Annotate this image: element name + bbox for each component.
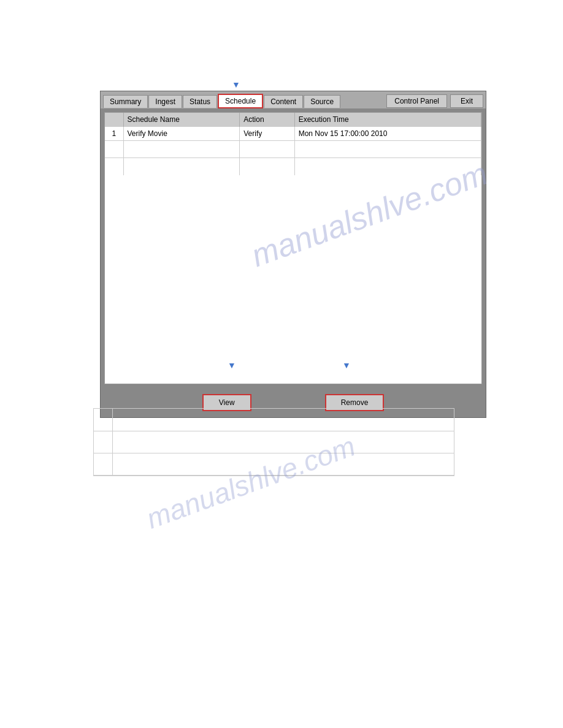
col-index bbox=[105, 113, 123, 127]
content-area: Schedule Name Action Execution Time 1 Ve… bbox=[101, 108, 486, 388]
tab-source[interactable]: Source bbox=[304, 95, 340, 108]
s-row2-col2 bbox=[112, 431, 454, 453]
schedule-table-container: Schedule Name Action Execution Time 1 Ve… bbox=[104, 112, 482, 384]
row-index: 1 bbox=[105, 127, 123, 141]
row-action: Verify bbox=[240, 127, 294, 141]
s-row1-col1 bbox=[94, 409, 112, 431]
view-arrow-indicator: ▼ bbox=[228, 360, 236, 370]
col-execution-time: Execution Time bbox=[294, 113, 481, 127]
main-panel: Summary Ingest Status Schedule Content S… bbox=[100, 91, 486, 418]
s-row2-col1 bbox=[94, 431, 112, 453]
table-body: 1 Verify Movie Verify Mon Nov 15 17:00:0… bbox=[105, 127, 481, 175]
row-execution-time: Mon Nov 15 17:00:00 2010 bbox=[294, 127, 481, 141]
tab-ingest[interactable]: Ingest bbox=[148, 95, 182, 108]
empty-row-1 bbox=[105, 141, 481, 158]
empty-table-area bbox=[105, 175, 481, 384]
secondary-row-2 bbox=[94, 431, 454, 453]
col-action: Action bbox=[240, 113, 294, 127]
schedule-table: Schedule Name Action Execution Time 1 Ve… bbox=[105, 113, 481, 175]
tab-status[interactable]: Status bbox=[183, 95, 217, 108]
row-schedule-name: Verify Movie bbox=[123, 127, 240, 141]
tab-schedule[interactable]: Schedule bbox=[218, 94, 263, 108]
s-row3-col2 bbox=[112, 453, 454, 475]
tab-exit[interactable]: Exit bbox=[450, 94, 483, 108]
s-row3-col1 bbox=[94, 453, 112, 475]
table-row[interactable]: 1 Verify Movie Verify Mon Nov 15 17:00:0… bbox=[105, 127, 481, 141]
tab-summary[interactable]: Summary bbox=[103, 95, 148, 108]
tab-content[interactable]: Content bbox=[264, 95, 303, 108]
remove-arrow-indicator: ▼ bbox=[342, 360, 351, 370]
secondary-table-container bbox=[93, 408, 454, 476]
secondary-table bbox=[94, 409, 454, 476]
tab-bar: Summary Ingest Status Schedule Content S… bbox=[101, 91, 486, 108]
empty-row-2 bbox=[105, 158, 481, 175]
table-header: Schedule Name Action Execution Time bbox=[105, 113, 481, 127]
top-arrow-indicator: ▼ bbox=[232, 80, 240, 89]
secondary-row-1 bbox=[94, 409, 454, 431]
tab-control-panel[interactable]: Control Panel bbox=[386, 94, 447, 108]
col-schedule-name: Schedule Name bbox=[123, 113, 240, 127]
s-row1-col2 bbox=[112, 409, 454, 431]
secondary-row-3 bbox=[94, 453, 454, 475]
